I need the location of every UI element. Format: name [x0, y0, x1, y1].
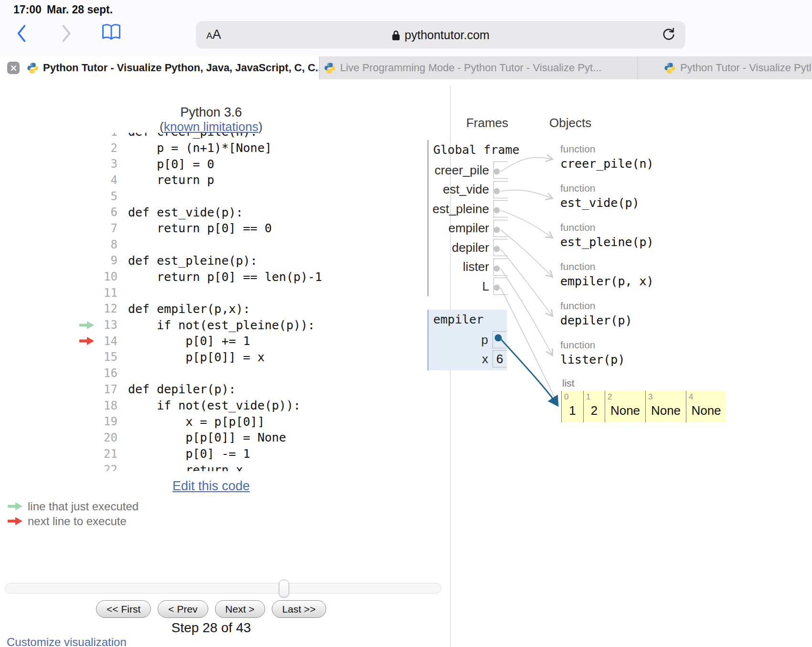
nav-button-prev[interactable]: < Prev: [158, 600, 208, 618]
code-text: def empiler(p,x):: [118, 302, 250, 316]
line-number: 15: [97, 350, 118, 364]
tab-close-button[interactable]: [7, 62, 20, 74]
line-number: 21: [97, 447, 118, 461]
known-limitations-link[interactable]: known limitations: [164, 119, 258, 134]
function-object-6: functionlister(p): [560, 339, 625, 367]
variable-value: 6: [493, 352, 503, 367]
code-line-8[interactable]: 8: [72, 237, 435, 253]
green-arrow-icon: [72, 321, 97, 329]
variable-slot: 6: [492, 350, 507, 367]
stack-frame-vars: px6: [428, 330, 507, 368]
back-button[interactable]: [16, 25, 27, 44]
code-line-9[interactable]: 9def est_pleine(p):: [72, 253, 435, 269]
browser-tab-1[interactable]: Live Programming Mode - Python Tutor - V…: [319, 56, 638, 79]
tab-title: Python Tutor - Visualize Pytl: [680, 62, 812, 74]
code-line-19[interactable]: 19 x = p[p[0]]: [72, 413, 435, 430]
variable-name: est_vide: [428, 182, 493, 197]
step-slider-track[interactable]: [5, 583, 441, 593]
code-line-2[interactable]: 2 p = (n+1)*[None]: [72, 140, 435, 156]
object-type-label: function: [560, 300, 632, 312]
code-line-22[interactable]: 22 return x: [72, 462, 435, 471]
code-text: return x: [118, 463, 243, 471]
code-text: if not(est_vide(p)):: [118, 399, 300, 412]
url-bar[interactable]: AA pythontutor.com: [196, 21, 685, 49]
code-line-10[interactable]: 10 return p[0] == len(p)-1: [72, 269, 435, 285]
line-number: 17: [97, 383, 118, 396]
code-line-4[interactable]: 4 return p: [72, 172, 435, 188]
code-line-7[interactable]: 7 return p[0] == 0: [72, 220, 435, 237]
object-type-label: function: [560, 222, 654, 233]
edit-this-code-link[interactable]: Edit this code: [0, 479, 422, 494]
code-line-6[interactable]: 6def est_vide(p):: [72, 204, 435, 220]
line-number: 4: [97, 173, 118, 187]
legend: line that just executednext line to exec…: [8, 499, 139, 528]
variable-slot: [493, 162, 508, 179]
variable-name: L: [428, 279, 493, 294]
list-cell-4: 4None: [686, 391, 726, 422]
line-number: 16: [97, 367, 118, 380]
code-text: return p[0] == 0: [118, 221, 272, 235]
list-cell-0: 01: [561, 391, 583, 422]
code-text: x = p[p[0]]: [118, 415, 265, 429]
frame-variable-depiler: depiler: [428, 238, 508, 258]
stack-frame-empiler: empiler px6: [427, 310, 507, 370]
nav-button-last[interactable]: Last >>: [272, 600, 326, 618]
code-line-5[interactable]: 5: [72, 188, 435, 205]
code-text: p[p[0]] = None: [118, 431, 286, 444]
code-line-15[interactable]: 15 p[p[0]] = x: [72, 349, 435, 366]
forward-button[interactable]: [61, 25, 72, 44]
code-line-20[interactable]: 20 p[p[0]] = None: [72, 430, 435, 446]
function-signature: depiler(p): [560, 313, 632, 327]
code-line-14[interactable]: 14 p[0] += 1: [72, 333, 435, 349]
browser-tab-0[interactable]: Python Tutor - Visualize Python, Java, J…: [0, 56, 319, 79]
legend-item: next line to execute: [8, 514, 139, 528]
code-line-12[interactable]: 12def empiler(p,x):: [72, 301, 435, 317]
code-line-13[interactable]: 13 if not(est_pleine(p)):: [72, 317, 435, 333]
code-line-3[interactable]: 3 p[0] = 0: [72, 156, 435, 172]
object-type-label: function: [560, 183, 640, 194]
list-cell-value: None: [686, 403, 726, 418]
reload-button[interactable]: [662, 27, 676, 44]
code-text: def est_vide(p):: [118, 205, 243, 219]
bookmarks-icon[interactable]: [101, 23, 121, 43]
code-line-21[interactable]: 21 p[0] -= 1: [72, 446, 435, 462]
code-line-1[interactable]: 1def creer_pile(n):: [72, 133, 435, 140]
variable-slot: [493, 220, 508, 237]
line-number: 19: [97, 415, 118, 428]
line-number: 9: [97, 254, 118, 267]
function-signature: empiler(p, x): [560, 274, 654, 288]
objects-header: Objects: [549, 116, 591, 130]
code-line-16[interactable]: 16: [72, 365, 435, 381]
code-text: p[p[0]] = x: [118, 350, 265, 364]
frame-variable-x: x6: [428, 349, 507, 368]
global-frame-title: Global frame: [428, 142, 508, 161]
function-object-3: functionest_pleine(p): [560, 222, 654, 249]
code-line-18[interactable]: 18 if not(est_vide(p)):: [72, 398, 435, 414]
variable-name: depiler: [428, 240, 493, 255]
code-text: p[0] = 0: [118, 157, 214, 171]
list-object: 01122None3None4None: [561, 391, 726, 422]
code-text: return p[0] == len(p)-1: [118, 270, 322, 284]
line-number: 2: [97, 141, 118, 155]
line-number: 22: [97, 463, 118, 471]
frames-header: Frames: [454, 116, 521, 130]
green-arrow-icon: [8, 502, 22, 510]
legend-item: line that just executed: [8, 499, 139, 514]
nav-button-first[interactable]: << First: [96, 600, 151, 618]
function-object-4: functionempiler(p, x): [560, 261, 654, 288]
code-text: def depiler(p):: [118, 382, 236, 396]
customize-visualization-link[interactable]: Customize visualization: [7, 636, 127, 647]
frame-variable-p: p: [428, 330, 507, 349]
browser-tab-2[interactable]: Python Tutor - Visualize Pytl: [638, 56, 812, 79]
frame-variable-creer_pile: creer_pile: [428, 161, 508, 180]
lock-icon: [392, 29, 400, 41]
code-line-11[interactable]: 11: [72, 285, 435, 301]
code-line-17[interactable]: 17def depiler(p):: [72, 381, 435, 398]
code-text: if not(est_pleine(p)):: [118, 318, 315, 332]
list-cell-value: 1: [562, 403, 583, 418]
step-slider-thumb[interactable]: [279, 580, 289, 597]
url-text[interactable]: pythontutor.com: [405, 28, 490, 42]
variable-slot: [493, 239, 508, 256]
status-time: 17:00: [13, 3, 42, 16]
nav-button-next[interactable]: Next >: [215, 600, 265, 618]
